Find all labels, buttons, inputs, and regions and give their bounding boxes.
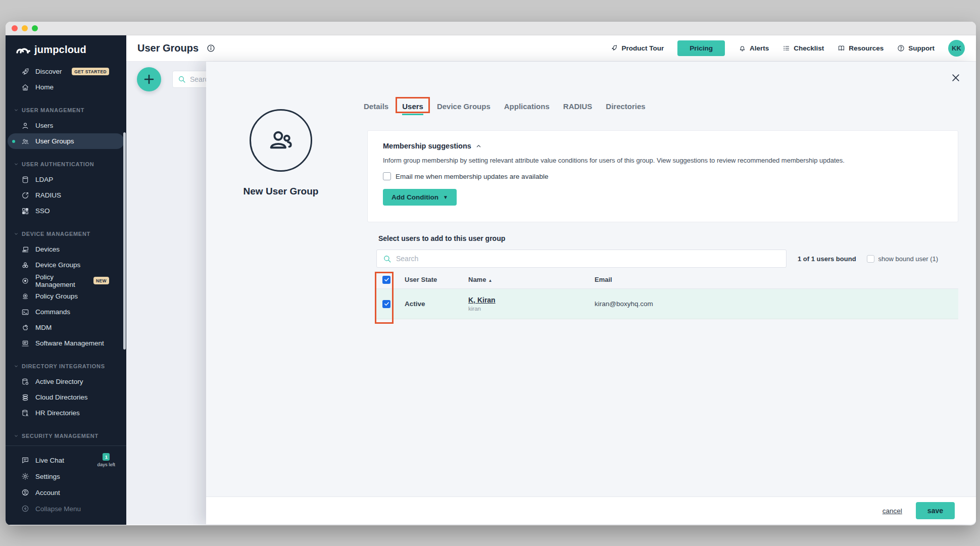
tab-device-groups[interactable]: Device Groups (437, 102, 491, 114)
tab-details[interactable]: Details (364, 102, 388, 114)
save-button[interactable]: save (916, 502, 955, 519)
sidebar-item-ldap[interactable]: LDAP (8, 172, 124, 187)
group-avatar (250, 109, 312, 172)
sidebar-item-radius[interactable]: RADIUS (8, 187, 124, 203)
policy-management-icon (21, 277, 29, 285)
bound-users-summary: 1 of 1 users bound (798, 255, 856, 263)
trial-countdown: 1 days left (97, 453, 115, 467)
section-user-authentication[interactable]: USER AUTHENTICATION (6, 156, 126, 172)
sidebar-item-software-management[interactable]: Software Management (8, 335, 124, 351)
section-directory-integrations[interactable]: DIRECTORY INTEGRATIONS (6, 358, 126, 374)
sidebar-item-label: Home (35, 83, 54, 91)
username-subtext: kiran (468, 306, 589, 312)
question-circle-icon (897, 44, 905, 52)
sidebar-scrollbar[interactable] (123, 132, 126, 350)
product-tour-button[interactable]: Product Tour (610, 44, 664, 52)
chat-icon (21, 456, 29, 464)
tab-radius[interactable]: RADIUS (563, 102, 593, 114)
sidebar-nav: Discover GET STARTED Home USER MANAGEMEN… (6, 64, 126, 445)
sidebar-item-device-groups[interactable]: Device Groups (8, 257, 124, 273)
add-user-group-button[interactable] (137, 67, 161, 91)
user-icon (21, 122, 29, 130)
zoom-window-button[interactable] (32, 25, 38, 31)
rocket-icon (21, 68, 29, 76)
membership-suggestions-toggle[interactable]: Membership suggestions (383, 142, 943, 150)
sidebar-item-active-directory[interactable]: Active Directory (8, 374, 124, 389)
info-icon[interactable] (207, 44, 215, 53)
policy-groups-icon (21, 292, 29, 301)
resources-button[interactable]: Resources (838, 44, 884, 52)
email-updates-checkbox[interactable] (383, 172, 391, 180)
sidebar-item-hr-directories[interactable]: HR Directories (8, 405, 124, 421)
sidebar-item-user-groups[interactable]: User Groups (8, 133, 124, 149)
select-users-heading: Select users to add to this user group (378, 234, 505, 242)
chevron-down-icon (14, 108, 18, 112)
sidebar-item-cloud-directories[interactable]: Cloud Directories (8, 389, 124, 405)
close-icon[interactable] (951, 73, 961, 85)
new-user-group-panel: New User Group Details Users Device Grou… (206, 62, 976, 524)
cancel-button[interactable]: cancel (883, 507, 902, 515)
user-state-value: Active (399, 300, 462, 308)
show-bound-label: show bound user (1) (878, 255, 939, 263)
section-security-management[interactable]: SECURITY MANAGEMENT (6, 428, 126, 443)
tab-directories[interactable]: Directories (606, 102, 645, 114)
user-group-icon (21, 137, 29, 145)
sidebar-item-account[interactable]: Account (8, 484, 124, 501)
panel-footer: cancel save (206, 497, 976, 524)
sidebar-item-live-chat[interactable]: Live Chat 1 days left (8, 452, 124, 468)
user-avatar[interactable]: KK (948, 40, 965, 57)
user-search-row: 1 of 1 users bound show bound user (1) (376, 250, 938, 268)
add-condition-button[interactable]: Add Condition ▼ (383, 189, 457, 206)
product-tour-icon (610, 44, 618, 52)
sidebar-item-label: Discover (35, 68, 62, 75)
bell-icon (739, 44, 746, 52)
radius-icon (21, 191, 29, 200)
minimize-window-button[interactable] (22, 25, 28, 31)
days-left-badge: 1 (103, 453, 110, 461)
panel-tabs: Details Users Device Groups Applications… (364, 102, 646, 114)
support-button[interactable]: Support (897, 44, 935, 52)
chevron-down-icon (14, 434, 18, 438)
page-content: New User Group Details Users Device Grou… (126, 62, 976, 524)
close-window-button[interactable] (12, 25, 18, 31)
select-all-checkbox[interactable] (382, 276, 390, 284)
sidebar-item-collapse-menu[interactable]: Collapse Menu (8, 501, 124, 517)
sort-asc-icon: ▲ (488, 278, 492, 283)
apple-icon (21, 324, 29, 332)
user-name-link[interactable]: K, Kiran (468, 296, 589, 304)
sidebar-item-mdm[interactable]: MDM (8, 320, 124, 335)
sidebar-item-discover[interactable]: Discover GET STARTED (8, 64, 124, 79)
sidebar-footer: Live Chat 1 days left Settings Account (6, 445, 126, 525)
home-icon (21, 83, 29, 91)
checklist-button[interactable]: Checklist (782, 44, 824, 52)
check-icon (384, 277, 389, 282)
column-email: Email (589, 276, 958, 283)
section-user-management[interactable]: USER MANAGEMENT (6, 102, 126, 118)
sidebar-item-commands[interactable]: Commands (8, 304, 124, 320)
user-search-input[interactable] (396, 255, 780, 263)
pricing-button[interactable]: Pricing (677, 40, 725, 56)
show-bound-checkbox[interactable] (867, 255, 874, 263)
sidebar-item-home[interactable]: Home (8, 79, 124, 95)
sidebar: jumpcloud Discover GET STARTED Home USER… (6, 35, 126, 525)
sidebar-item-sso[interactable]: SSO (8, 203, 124, 219)
tab-users[interactable]: Users (402, 102, 423, 115)
column-name[interactable]: Name▲ (462, 276, 589, 283)
tab-applications[interactable]: Applications (504, 102, 550, 114)
sidebar-item-policy-management[interactable]: Policy Management NEW (8, 273, 124, 288)
sidebar-item-users[interactable]: Users (8, 118, 124, 133)
gear-icon (21, 472, 29, 480)
jumpcloud-logo: jumpcloud (6, 35, 126, 64)
users-table: User State Name▲ Email (376, 271, 958, 319)
section-device-management[interactable]: DEVICE MANAGEMENT (6, 226, 126, 241)
search-icon (383, 255, 391, 263)
alerts-button[interactable]: Alerts (739, 44, 769, 52)
user-search-box (376, 250, 787, 268)
sidebar-item-settings[interactable]: Settings (8, 468, 124, 484)
sidebar-item-policy-groups[interactable]: Policy Groups (8, 288, 124, 304)
sidebar-item-devices[interactable]: Devices (8, 241, 124, 257)
plus-icon (143, 73, 155, 85)
row-select-checkbox[interactable] (382, 300, 390, 308)
software-icon (21, 339, 29, 348)
membership-description: Inform group membership by setting relev… (383, 157, 943, 164)
